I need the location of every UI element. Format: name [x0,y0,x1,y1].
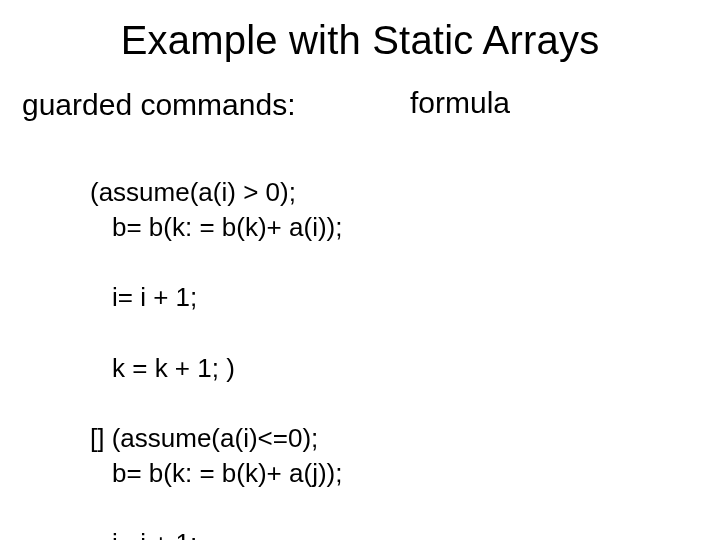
code-line: (assume(a(i) > 0); [90,177,296,207]
code-block: (assume(a(i) > 0); b= b(k: = b(k)+ a(i))… [90,140,342,540]
code-line: b= b(k: = b(k)+ a(j)); [90,456,342,491]
slide: Example with Static Arrays guarded comma… [0,0,720,540]
code-line: b= b(k: = b(k)+ a(i)); [90,210,342,245]
code-line: i= i + 1; [90,280,342,315]
code-line: [] (assume(a(i)<=0); [90,423,318,453]
subheading-guarded-commands: guarded commands: [22,88,296,122]
code-line: k = k + 1; ) [90,351,342,386]
subheading-formula: formula [410,86,510,120]
code-line: j= j + 1; [90,526,342,540]
slide-title: Example with Static Arrays [0,18,720,63]
